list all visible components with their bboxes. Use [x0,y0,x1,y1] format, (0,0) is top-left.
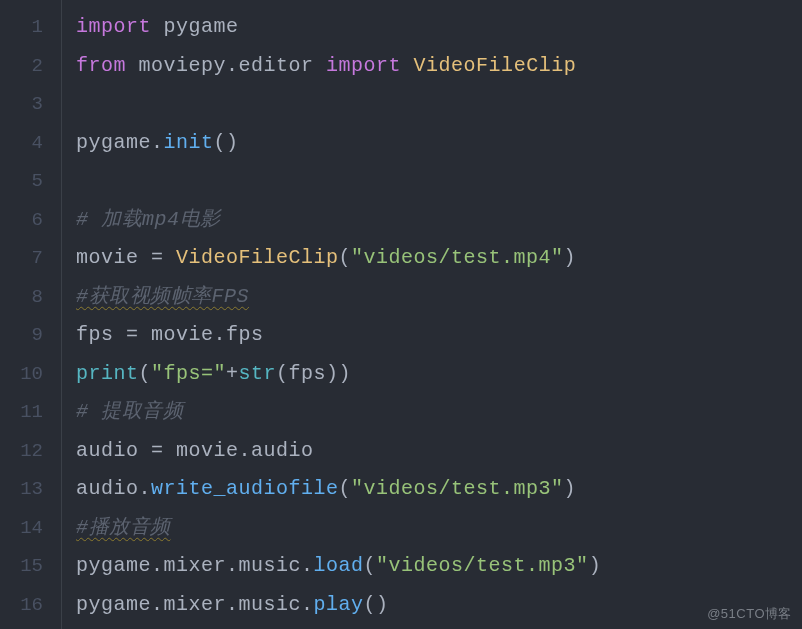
code-token: print [76,362,139,385]
code-token: #获取视频帧率FPS [76,285,249,308]
code-token: audio. [76,477,151,500]
code-token: () [364,593,389,616]
code-token: str [239,362,277,385]
code-token: ) [589,554,602,577]
code-token: "videos/test.mp4" [351,246,564,269]
code-line[interactable]: audio.write_audiofile("videos/test.mp3") [76,470,802,509]
line-number: 5 [0,162,61,201]
code-token: fps = movie.fps [76,323,264,346]
line-number: 15 [0,547,61,586]
code-token: ( [339,477,352,500]
code-line[interactable]: audio = movie.audio [76,432,802,471]
code-token: ( [139,362,152,385]
code-line[interactable]: pygame.init() [76,124,802,163]
code-token: VideoFileClip [414,54,577,77]
code-token: pygame. [76,131,164,154]
line-number: 1 [0,8,61,47]
code-token: play [314,593,364,616]
code-line[interactable]: pygame.mixer.music.play() [76,586,802,625]
line-number: 9 [0,316,61,355]
line-number: 3 [0,85,61,124]
code-token: write_audiofile [151,477,339,500]
code-token: pygame [164,15,239,38]
code-token: moviepy.editor [139,54,314,77]
code-token: "fps=" [151,362,226,385]
line-number: 14 [0,509,61,548]
code-line[interactable]: #获取视频帧率FPS [76,278,802,317]
code-token: "videos/test.mp3" [376,554,589,577]
code-line[interactable] [76,162,802,201]
code-line[interactable]: #播放音频 [76,509,802,548]
code-token [314,54,327,77]
code-line[interactable]: # 加载mp4电影 [76,201,802,240]
code-token: #播放音频 [76,516,171,539]
line-number: 8 [0,278,61,317]
code-area[interactable]: import pygamefrom moviepy.editor import … [62,0,802,629]
code-line[interactable]: fps = movie.fps [76,316,802,355]
code-token: audio = movie.audio [76,439,314,462]
line-number-gutter: 12345678910111213141516 [0,0,62,629]
code-token: ( [339,246,352,269]
code-token: ( [364,554,377,577]
code-line[interactable]: from moviepy.editor import VideoFileClip [76,47,802,86]
line-number: 12 [0,432,61,471]
code-token [151,15,164,38]
code-token [401,54,414,77]
code-line[interactable]: pygame.mixer.music.load("videos/test.mp3… [76,547,802,586]
code-token: ) [564,246,577,269]
code-token: movie = [76,246,176,269]
line-number: 11 [0,393,61,432]
line-number: 13 [0,470,61,509]
code-line[interactable]: import pygame [76,8,802,47]
code-line[interactable]: # 提取音频 [76,393,802,432]
code-token: from [76,54,126,77]
line-number: 6 [0,201,61,240]
code-token: # 提取音频 [76,400,183,423]
code-token: import [76,15,151,38]
line-number: 2 [0,47,61,86]
line-number: 4 [0,124,61,163]
line-number: 7 [0,239,61,278]
code-token: import [326,54,401,77]
code-token: () [214,131,239,154]
code-line[interactable]: movie = VideoFileClip("videos/test.mp4") [76,239,802,278]
code-token: # 加载mp4电影 [76,208,221,231]
code-editor: 12345678910111213141516 import pygamefro… [0,0,802,629]
code-token: "videos/test.mp3" [351,477,564,500]
line-number: 10 [0,355,61,394]
code-token: + [226,362,239,385]
watermark: @51CTO博客 [707,605,792,623]
line-number: 16 [0,586,61,625]
code-token: VideoFileClip [176,246,339,269]
code-token: ) [564,477,577,500]
code-token: pygame.mixer.music. [76,593,314,616]
code-token: init [164,131,214,154]
code-token: load [314,554,364,577]
code-line[interactable] [76,85,802,124]
code-line[interactable]: print("fps="+str(fps)) [76,355,802,394]
code-token [126,54,139,77]
code-token: (fps)) [276,362,351,385]
code-token: pygame.mixer.music. [76,554,314,577]
